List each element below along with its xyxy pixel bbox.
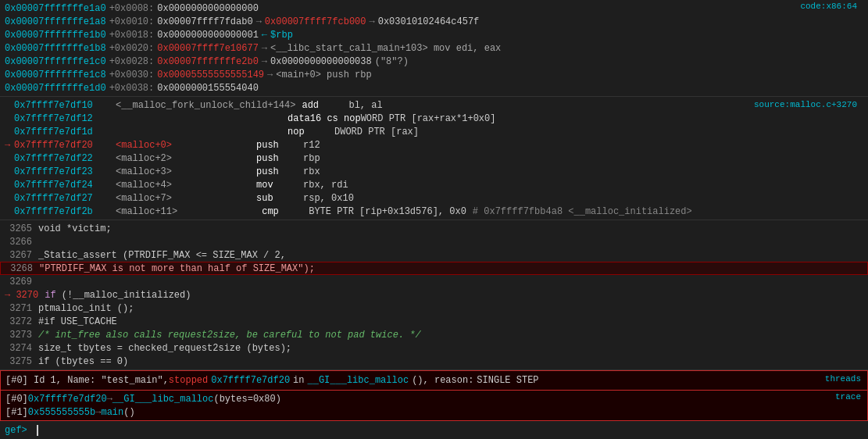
- reg-hex-red: 0x00005555555555149: [157, 70, 264, 80]
- disasm-marker: [5, 100, 14, 111]
- line-number: 3268: [5, 263, 33, 274]
- source-line-highlighted: 3268 "PTRDIFF_MAX is not more than half …: [0, 262, 868, 275]
- disasm-operands: rbp: [303, 153, 320, 164]
- source-code: _Static_assert (PTRDIFF_MAX <= SIZE_MAX …: [38, 250, 286, 261]
- source-line: 3275 if (tbytes == 0): [0, 355, 868, 368]
- disasm-addr: 0x7ffff7e7df10: [14, 100, 116, 111]
- registers-panel: code:x86:64 0x00007fffffffe1a0 +0x0008: …: [0, 0, 868, 97]
- source-current-line: → 3270 if (!__malloc_initialized): [0, 288, 868, 302]
- disasm-label: <__malloc_fork_unlock_child+144>: [116, 100, 295, 111]
- reg-line: 0x00007fffffffe1c0 +0x0028: 0x00007fffff…: [5, 55, 863, 68]
- reg-line: 0x00007fffffffe1b0 +0x0018: 0x0000000000…: [5, 28, 863, 41]
- arrow-icon: →: [256, 16, 262, 27]
- trace-args-0: (bytes=0x80): [213, 394, 280, 405]
- source-line: 3269: [0, 275, 868, 288]
- reg-hex: 0x0000000155554040: [157, 83, 259, 94]
- disasm-addr: 0x7ffff7e7df20: [14, 140, 116, 151]
- source-code: /* int_free also calls request2size, be …: [38, 330, 421, 341]
- thread-reason: SINGLE STEP: [477, 375, 538, 386]
- thread-id: [#0] Id 1, Name: "test_main",: [5, 375, 169, 386]
- line-number: 3272: [5, 316, 32, 327]
- reg-val: 0x0000000000000038: [270, 56, 372, 67]
- reg-line: 0x00007fffffffe1a8 +0x0010: 0x00007ffff7…: [5, 15, 863, 28]
- threads-panel: threads [#0] Id 1, Name: "test_main", st…: [0, 370, 868, 391]
- source-line: 3274 size_t tbytes = checked_request2siz…: [0, 341, 868, 355]
- thread-in: in: [293, 375, 304, 386]
- disasm-line: 0x7ffff7e7df12 data16 cs nop WORD PTR [r…: [5, 112, 863, 125]
- reg-offset: +0x0028:: [109, 56, 155, 67]
- disasm-mnemonic: push: [256, 153, 303, 164]
- reg-comment: <main+0> push rbp: [276, 70, 371, 80]
- disasm-label: <malloc+0>: [116, 140, 172, 151]
- disasm-label: <malloc+2>: [116, 153, 172, 164]
- cmd-cursor[interactable]: [30, 425, 38, 436]
- trace-section-label: trace: [835, 391, 861, 404]
- disasm-operands: DWORD PTR [rax]: [334, 127, 419, 137]
- disasm-mnemonic: mov: [256, 180, 303, 191]
- line-number: 3266: [5, 237, 32, 248]
- source-code: if (tbytes == 0): [38, 356, 128, 367]
- reg-line: 0x00007fffffffe1b8 +0x0020: 0x00007ffff7…: [5, 41, 863, 55]
- disasm-label: <malloc+11>: [116, 206, 177, 217]
- arrow-icon: →: [369, 16, 374, 27]
- disasm-marker-arrow: →: [5, 140, 14, 151]
- reg-addr: 0x00007fffffffe1a8: [5, 16, 106, 27]
- cmd-panel[interactable]: gef>: [0, 421, 868, 439]
- disasm-comment: # 0x7ffff7fbb4a8 <__malloc_initialized>: [473, 206, 692, 217]
- reg-addr: 0x00007fffffffe1a0: [5, 3, 106, 14]
- disasm-marker: [5, 180, 14, 191]
- reg-line: 0x00007fffffffe1a0 +0x0008: 0x0000000000…: [5, 2, 863, 15]
- cmd-prompt: gef>: [5, 425, 27, 436]
- trace-panel: trace [#0] 0x7ffff7e7df20 → __GI___libc_…: [0, 391, 868, 421]
- disasm-label: <malloc+4>: [116, 180, 172, 191]
- disasm-current-line: → 0x7ffff7e7df20 <malloc+0> push r12: [5, 138, 863, 152]
- disasm-mnemonic: cmp: [262, 206, 309, 217]
- arrow-icon: →: [267, 70, 273, 80]
- line-number: 3275: [5, 356, 32, 367]
- reg-offset: +0x0008:: [109, 3, 155, 14]
- line-number: 3271: [5, 303, 32, 314]
- disasm-operands: WORD PTR [rax+rax*1+0x0]: [361, 113, 496, 124]
- disasm-line: 0x7ffff7e7df10 <__malloc_fork_unlock_chi…: [5, 98, 863, 112]
- code-section-label: code:x86:64: [800, 2, 857, 11]
- disasm-line: 0x7ffff7e7df1d nop DWORD PTR [rax]: [5, 125, 863, 138]
- disasm-addr: 0x7ffff7e7df22: [14, 153, 116, 164]
- disasm-line: 0x7ffff7e7df24 <malloc+4> mov rbx, rdi: [5, 178, 863, 191]
- disasm-line: 0x7ffff7e7df27 <malloc+7> sub rsp, 0x10: [5, 191, 863, 205]
- source-code: "PTRDIFF_MAX is not more than half of SI…: [39, 263, 315, 274]
- line-number-arrow: → 3270: [5, 290, 38, 301]
- source-line: 3267 _Static_assert (PTRDIFF_MAX <= SIZE…: [0, 248, 868, 262]
- reg-offset: +0x0018:: [109, 30, 155, 41]
- source-line: 3273 /* int_free also calls request2size…: [0, 328, 868, 341]
- disasm-addr: 0x7ffff7e7df1d: [14, 127, 116, 137]
- disasm-operands: bl, al: [348, 100, 382, 111]
- reg-val: 0x03010102464c457f: [378, 16, 480, 27]
- disasm-marker: [5, 113, 14, 124]
- disasm-operands: rsp, 0x10: [303, 193, 354, 204]
- disasm-operands: r12: [303, 140, 320, 151]
- trace-func-1: main: [101, 407, 123, 418]
- thread-line: [#0] Id 1, Name: "test_main", stopped 0x…: [5, 373, 863, 388]
- reg-offset: +0x0030:: [109, 70, 155, 80]
- trace-line-1: [#1] 0x555555555b → main (): [5, 405, 863, 419]
- disasm-line: 0x7ffff7e7df2b <malloc+11> cmp BYTE PTR …: [5, 205, 863, 218]
- disasm-addr: 0x7ffff7e7df12: [14, 113, 116, 124]
- arrow-icon: →: [262, 43, 267, 54]
- thread-func: __GI___libc_malloc: [308, 375, 409, 386]
- reg-offset: +0x0010:: [109, 16, 155, 27]
- reg-addr: 0x00007fffffffe1c8: [5, 70, 106, 80]
- reg-hex-red: 0x00007ffff7fcb000: [265, 16, 366, 27]
- disasm-line: 0x7ffff7e7df23 <malloc+3> push rbx: [5, 165, 863, 178]
- disasm-addr: 0x7ffff7e7df2b: [14, 206, 116, 217]
- reg-line: 0x00007fffffffe1d0 +0x0038: 0x0000000155…: [5, 81, 863, 95]
- line-number: 3265: [5, 223, 32, 234]
- source-code: if (!__malloc_initialized): [45, 290, 191, 301]
- source-line: 3272 #if USE_TCACHE: [0, 315, 868, 328]
- line-number: 3269: [5, 277, 32, 287]
- reg-hex-red: 0x00007ffff7e10677: [157, 43, 259, 54]
- reg-name: $rbp: [270, 30, 293, 41]
- line-number: 3273: [5, 330, 32, 341]
- disasm-mnemonic: sub: [256, 193, 303, 204]
- threads-section-label: threads: [825, 371, 861, 387]
- line-number: 3267: [5, 250, 32, 261]
